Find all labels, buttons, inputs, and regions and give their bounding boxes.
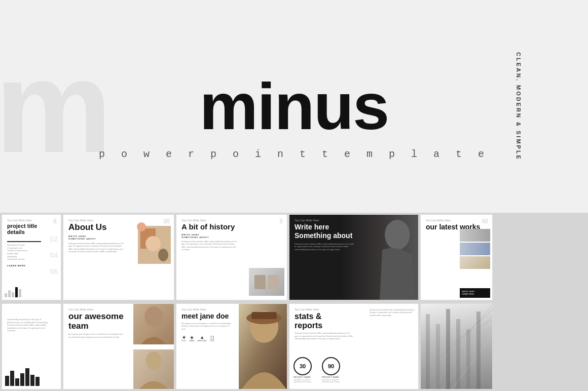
- slide-label: You Can Write Here: [7, 219, 56, 222]
- slide-about-us[interactable]: 30 You Can Write Here About Us WRITE HER…: [63, 214, 174, 300]
- hero-section: m minus p o w e r p o i n t t e m p l a …: [0, 0, 588, 213]
- hero-bg-text: m: [0, 41, 107, 172]
- svg-rect-16: [466, 329, 470, 389]
- hero-subtitle: p o w e r p o i n t t e m p l a t e: [99, 148, 489, 160]
- slide-label: You Can Write Here: [426, 219, 487, 222]
- slide-latest-works[interactable]: 40 You Can Write Here our latest works W…: [420, 214, 493, 300]
- slides-row-1: You Can Write Here project title details…: [2, 214, 586, 302]
- svg-point-2: [146, 351, 161, 370]
- slide-number: 6: [53, 218, 57, 225]
- slide-heading: meet jane doe: [181, 312, 232, 321]
- slide-heading: project title details: [7, 223, 56, 235]
- svg-rect-17: [476, 311, 481, 389]
- svg-line-7: [431, 314, 493, 389]
- hero-tagline: CLEAN. MODERN & SIMPLE: [516, 52, 522, 161]
- slide-number: 5: [279, 218, 283, 225]
- hero-title: minus: [200, 73, 389, 139]
- slides-preview: You Can Write Here project title details…: [0, 213, 588, 391]
- slide-label: You Can Write Here: [181, 219, 282, 222]
- svg-rect-12: [426, 314, 430, 389]
- slide-heading: A bit of history: [181, 223, 282, 231]
- slide-dark-hero[interactable]: You Can Write Here Write here Something …: [289, 214, 419, 300]
- slide-bars-partial[interactable]: substantially depending on the type of A…: [2, 303, 61, 389]
- slide-team[interactable]: 17 You Can Write Here our awesome team A…: [63, 303, 174, 389]
- slide-label: You Can Write Here: [181, 308, 232, 311]
- slide-label: You Can Write Here: [295, 219, 355, 222]
- slide-stats[interactable]: You Can Write Here stats &reports Entrep…: [289, 303, 419, 389]
- slide-project-title[interactable]: You Can Write Here project title details…: [2, 214, 61, 300]
- svg-rect-15: [456, 319, 460, 389]
- slide-label: You Can Write Here: [68, 219, 169, 222]
- slide-heading: Write here Something about: [295, 223, 355, 240]
- slide-architecture[interactable]: [420, 303, 493, 389]
- slide-jane-doe[interactable]: You Can Write Here meet jane doe A compa…: [176, 303, 287, 389]
- svg-rect-14: [446, 309, 450, 389]
- slide-heading: our awesome team: [68, 312, 124, 331]
- slide-number: 30: [163, 218, 170, 225]
- svg-point-1: [144, 306, 163, 327]
- slide-history[interactable]: 5 You Can Write Here A bit of history WR…: [176, 214, 287, 300]
- svg-rect-5: [251, 312, 277, 319]
- svg-rect-13: [436, 324, 440, 389]
- svg-point-0: [385, 220, 410, 250]
- slide-number: 40: [482, 218, 488, 225]
- slides-row-2: substantially depending on the type of A…: [2, 303, 586, 391]
